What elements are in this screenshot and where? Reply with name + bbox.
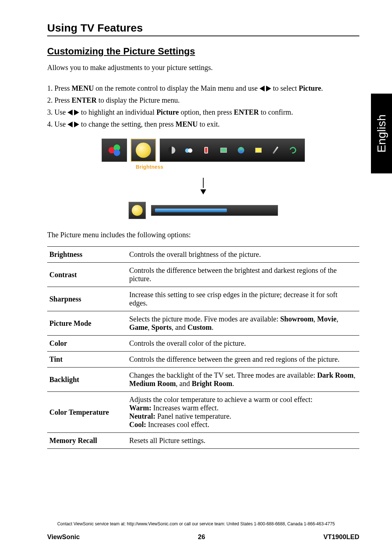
table-row: Tint Controls the difference between the…: [47, 352, 359, 368]
option-name: Sharpness: [47, 287, 127, 311]
picture-category-icon: [102, 139, 127, 162]
option-name: Tint: [47, 352, 127, 368]
option-name: Memory Recall: [47, 433, 127, 449]
osd-remaining-icons: [160, 139, 305, 162]
right-arrow-icon: [74, 122, 79, 127]
text: Use: [54, 120, 68, 128]
option-name: Picture Mode: [47, 311, 127, 336]
left-arrow-icon: [68, 122, 73, 127]
option-name: Color: [47, 336, 127, 352]
subsection-heading: Customizing the Picture Settings: [47, 46, 359, 57]
text-bold: Picture: [156, 108, 179, 116]
intro-text: Allows you to make adjustments to your p…: [47, 63, 359, 72]
step-4: Use to change the setting, then press ME…: [47, 120, 359, 128]
table-row: Color Temperature Adjusts the color temp…: [47, 392, 359, 433]
osd-icon-bar: [102, 139, 305, 162]
text-bold: MENU: [72, 84, 94, 92]
text: Press: [54, 96, 72, 104]
table-row: Sharpness Increase this setting to see c…: [47, 287, 359, 311]
option-name: Backlight: [47, 368, 127, 392]
text: to exit.: [198, 120, 220, 128]
table-row: Brightness Controls the overall brightne…: [47, 247, 359, 263]
footer-page: 26: [198, 533, 205, 541]
text: .: [321, 84, 323, 92]
memory-recall-icon: [289, 146, 297, 155]
language-tab: English: [371, 94, 392, 173]
color-temp-icon: [271, 146, 280, 155]
option-desc: Controls the overall brightness of the p…: [127, 247, 359, 263]
sharpness-icon: [185, 146, 193, 155]
tint-icon: [237, 146, 245, 155]
option-desc: Controls the difference between the brig…: [127, 263, 359, 287]
option-name: Brightness: [47, 247, 127, 263]
sun-icon: [136, 143, 151, 158]
footer-bar: ViewSonic 26 VT1900LED: [47, 533, 359, 541]
left-arrow-icon: [68, 110, 73, 115]
down-arrow-icon: [102, 178, 305, 194]
text: to highlight an individual: [79, 108, 156, 116]
text-bold: ENTER: [234, 108, 259, 116]
text-bold: ENTER: [72, 96, 97, 104]
backlight-icon: [254, 146, 263, 155]
text: Use: [54, 108, 68, 116]
step-3: Use to highlight an individual Picture o…: [47, 108, 359, 116]
right-arrow-icon: [266, 86, 271, 91]
right-arrow-icon: [74, 110, 79, 115]
text-bold: Picture: [299, 84, 321, 92]
instruction-list: Press MENU on the remote control to disp…: [47, 84, 359, 128]
options-intro: The Picture menu includes the following …: [47, 231, 359, 239]
brightness-slider: [151, 205, 278, 216]
text: Press: [54, 84, 72, 92]
footer-model: VT1900LED: [323, 533, 359, 541]
table-row: Contrast Controls the difference between…: [47, 263, 359, 287]
table-row: Backlight Changes the backlight of the T…: [47, 368, 359, 392]
option-name: Color Temperature: [47, 392, 127, 433]
color-icon: [219, 146, 228, 155]
slider-fill: [155, 209, 227, 212]
text: option, then press: [179, 108, 234, 116]
option-name: Contrast: [47, 263, 127, 287]
text-bold: MENU: [176, 120, 198, 128]
picture-mode-icon: [202, 146, 211, 155]
text: on the remote control to display the Mai…: [94, 84, 260, 92]
options-table: Brightness Controls the overall brightne…: [47, 246, 359, 449]
table-row: Color Controls the overall color of the …: [47, 336, 359, 352]
option-desc: Selects the picture mode. Five modes are…: [127, 311, 359, 336]
text: to select: [271, 84, 299, 92]
option-desc: Resets all Picture settings.: [127, 433, 359, 449]
option-desc: Changes the backlight of the TV set. Thr…: [127, 368, 359, 392]
text: to confirm.: [259, 108, 293, 116]
text: to display the Picture menu.: [97, 96, 180, 104]
footer-contact: Contact ViewSonic service team at: http:…: [0, 521, 392, 526]
table-row: Memory Recall Resets all Picture setting…: [47, 433, 359, 449]
osd-screenshot: Brightness: [102, 139, 305, 219]
table-row: Picture Mode Selects the picture mode. F…: [47, 311, 359, 336]
osd-selected-label: Brightness: [136, 164, 305, 170]
option-desc: Controls the overall color of the pictur…: [127, 336, 359, 352]
option-desc: Increase this setting to see crisp edges…: [127, 287, 359, 311]
left-arrow-icon: [260, 86, 265, 91]
option-desc: Adjusts the color temperature to achieve…: [127, 392, 359, 433]
osd-slider-row: [102, 202, 305, 219]
step-2: Press ENTER to display the Picture menu.: [47, 96, 359, 104]
step-1: Press MENU on the remote control to disp…: [47, 84, 359, 93]
section-heading: Using TV Features: [47, 22, 359, 36]
footer-brand: ViewSonic: [47, 533, 80, 541]
option-desc: Controls the difference between the gree…: [127, 352, 359, 368]
brightness-icon-selected: [131, 139, 156, 162]
text: to change the setting, then press: [79, 120, 176, 128]
language-tab-label: English: [375, 115, 388, 153]
contrast-icon: [167, 146, 176, 155]
slider-brightness-icon: [128, 202, 146, 219]
